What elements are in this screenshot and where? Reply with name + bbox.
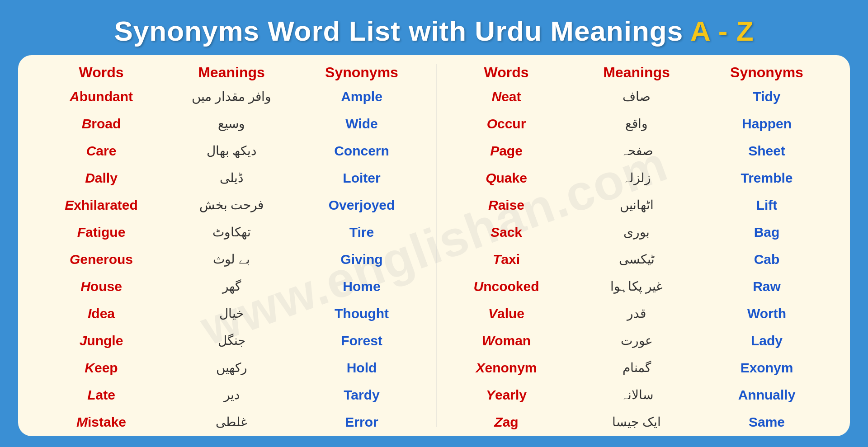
right-synonym-5: Bag — [702, 225, 832, 240]
right-word-1: Occur — [441, 116, 571, 132]
left-synonym-4: Overjoyed — [297, 198, 427, 213]
left-table: Words Meanings Synonyms Abundant وافر مق… — [36, 64, 427, 427]
right-rows: Neat صاف Tidy Occur واقع Happen Page صفح… — [441, 84, 832, 436]
left-synonym-6: Giving — [297, 252, 427, 267]
right-meaning-7: غیر پکاہوا — [571, 279, 702, 294]
right-synonym-2: Sheet — [702, 143, 832, 159]
right-row-6: Taxi ٹیکسی Cab — [441, 246, 832, 273]
left-word-1: Broad — [36, 116, 166, 132]
left-row-11: Late دیر Tardy — [36, 382, 427, 408]
left-synonym-8: Thought — [297, 306, 427, 321]
right-row-7: Uncooked غیر پکاہوا Raw — [441, 273, 832, 300]
left-word-11: Late — [36, 387, 166, 403]
right-meaning-10: گمنام — [571, 360, 702, 375]
right-word-3: Quake — [441, 170, 571, 186]
right-word-9: Woman — [441, 333, 571, 348]
right-meaning-2: صفحہ — [571, 143, 702, 158]
left-row-8: Idea خیال Thought — [36, 301, 427, 327]
right-word-7: Uncooked — [441, 279, 571, 294]
right-synonym-11: Annually — [702, 387, 832, 403]
right-header-meanings: Meanings — [571, 64, 702, 81]
main-card: www.englishan.com Words Meanings Synonym… — [18, 55, 850, 436]
left-word-12: Mistake — [36, 414, 166, 430]
left-word-10: Keep — [36, 360, 166, 376]
right-synonym-6: Cab — [702, 252, 832, 267]
left-word-6: Generous — [36, 252, 166, 267]
right-meaning-3: زلزلہ — [571, 170, 702, 185]
left-row-9: Jungle جنگل Forest — [36, 328, 427, 354]
left-row-5: Fatigue تھکاوٹ Tire — [36, 219, 427, 245]
left-synonym-7: Home — [297, 279, 427, 294]
right-meaning-4: اٹھانیں — [571, 198, 702, 212]
left-meaning-4: فرحت بخش — [166, 198, 297, 212]
right-meaning-9: عورت — [571, 333, 702, 348]
left-word-8: Idea — [36, 306, 166, 321]
left-synonym-5: Tire — [297, 225, 427, 240]
outer-container: Synonyms Word List with Urdu Meanings A … — [9, 7, 859, 441]
left-meaning-6: بے لوث — [166, 252, 297, 267]
left-meaning-8: خیال — [166, 306, 297, 321]
right-meaning-8: قدر — [571, 306, 702, 321]
left-header-meanings: Meanings — [166, 64, 297, 81]
right-synonym-12: Same — [702, 414, 832, 430]
right-word-8: Value — [441, 306, 571, 321]
table-divider — [436, 64, 437, 427]
right-row-1: Occur واقع Happen — [441, 111, 832, 137]
right-synonym-10: Exonym — [702, 360, 832, 376]
right-synonym-8: Worth — [702, 306, 832, 321]
right-synonym-4: Lift — [702, 198, 832, 213]
right-meaning-6: ٹیکسی — [571, 252, 702, 267]
left-meaning-3: ڈیلی — [166, 170, 297, 185]
left-meaning-5: تھکاوٹ — [166, 225, 297, 240]
left-row-10: Keep رکھیں Hold — [36, 355, 427, 381]
page-title: Synonyms Word List with Urdu Meanings A … — [114, 15, 754, 47]
left-synonym-10: Hold — [297, 360, 427, 376]
left-synonym-1: Wide — [297, 116, 427, 132]
left-rows: Abundant وافر مقدار میں Ample Broad وسیع… — [36, 84, 427, 436]
right-header-synonyms: Synonyms — [702, 64, 832, 81]
left-header-words: Words — [36, 64, 166, 81]
right-word-2: Page — [441, 143, 571, 159]
left-meaning-7: گھر — [166, 279, 297, 294]
left-row-12: Mistake غلطی Error — [36, 409, 427, 435]
right-row-0: Neat صاف Tidy — [441, 84, 832, 110]
left-row-6: Generous بے لوث Giving — [36, 246, 427, 273]
left-word-9: Jungle — [36, 333, 166, 348]
left-row-1: Broad وسیع Wide — [36, 111, 427, 137]
left-meaning-10: رکھیں — [166, 360, 297, 375]
right-row-8: Value قدر Worth — [441, 301, 832, 327]
right-word-4: Raise — [441, 198, 571, 213]
right-row-10: Xenonym گمنام Exonym — [441, 355, 832, 381]
right-row-12: Zag ایک جیسا Same — [441, 409, 832, 435]
left-word-5: Fatigue — [36, 225, 166, 240]
left-meaning-12: غلطی — [166, 414, 297, 429]
left-synonym-0: Ample — [297, 89, 427, 104]
left-synonym-3: Loiter — [297, 170, 427, 186]
left-meaning-2: دیکھ بھال — [166, 143, 297, 158]
right-word-6: Taxi — [441, 252, 571, 267]
right-header-words: Words — [441, 64, 571, 81]
right-word-0: Neat — [441, 89, 571, 104]
left-word-2: Care — [36, 143, 166, 159]
left-row-2: Care دیکھ بھال Concern — [36, 138, 427, 164]
right-row-11: Yearly سالانہ Annually — [441, 382, 832, 408]
right-table: Words Meanings Synonyms Neat صاف Tidy Oc… — [441, 64, 832, 427]
right-synonym-7: Raw — [702, 279, 832, 294]
left-row-3: Dally ڈیلی Loiter — [36, 165, 427, 191]
left-row-4: Exhilarated فرحت بخش Overjoyed — [36, 192, 427, 218]
right-word-11: Yearly — [441, 387, 571, 403]
right-meaning-1: واقع — [571, 116, 702, 131]
left-header-synonyms: Synonyms — [297, 64, 427, 81]
left-row-7: House گھر Home — [36, 273, 427, 300]
left-synonym-11: Tardy — [297, 387, 427, 403]
right-synonym-9: Lady — [702, 333, 832, 348]
right-meaning-5: بوری — [571, 225, 702, 240]
right-word-5: Sack — [441, 225, 571, 240]
left-meaning-11: دیر — [166, 387, 297, 402]
left-word-7: House — [36, 279, 166, 294]
right-word-10: Xenonym — [441, 360, 571, 376]
right-row-3: Quake زلزلہ Tremble — [441, 165, 832, 191]
right-synonym-1: Happen — [702, 116, 832, 132]
left-word-0: Abundant — [36, 89, 166, 104]
right-row-2: Page صفحہ Sheet — [441, 138, 832, 164]
